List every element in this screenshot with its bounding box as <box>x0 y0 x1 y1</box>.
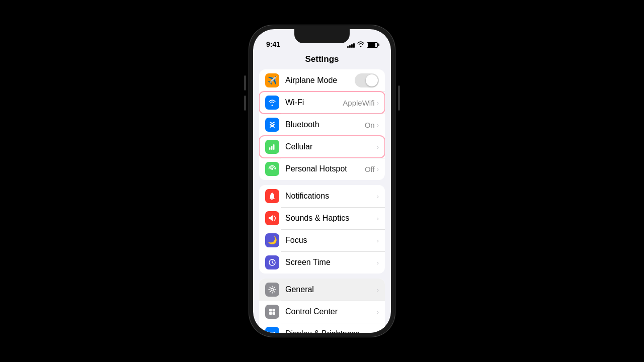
hotspot-label: Personal Hotspot <box>285 164 365 173</box>
focus-icon: 🌙 <box>265 233 279 247</box>
focus-label: Focus <box>285 236 377 245</box>
power-button[interactable] <box>398 85 400 111</box>
notifications-chevron-icon: › <box>377 193 379 200</box>
section-connectivity: ✈️ Airplane Mode <box>253 69 391 180</box>
status-icons <box>347 41 381 48</box>
settings-row-cellular[interactable]: Cellular › <box>259 136 385 158</box>
section-notifications: Notifications › Sounds & Haptics › <box>253 185 391 274</box>
signal-icon <box>347 42 355 48</box>
section-display: General › Control <box>253 279 391 333</box>
phone-device: 9:41 <box>249 25 395 337</box>
display-icon: AA <box>265 327 279 333</box>
battery-icon <box>367 42 378 48</box>
settings-row-hotspot[interactable]: Personal Hotspot Off › <box>259 158 385 180</box>
sounds-chevron-icon: › <box>377 215 379 222</box>
wifi-value: AppleWifi <box>343 99 374 107</box>
hotspot-value: Off <box>365 165 375 173</box>
cellular-label: Cellular <box>285 142 377 151</box>
cellular-chevron-icon: › <box>377 143 379 151</box>
screentime-icon <box>265 255 279 269</box>
settings-row-controlcenter[interactable]: Control Center › <box>259 301 385 323</box>
section-group-connectivity: ✈️ Airplane Mode <box>259 69 385 180</box>
section-group-display: General › Control <box>259 279 385 333</box>
phone-screen: 9:41 <box>253 29 391 333</box>
svg-rect-0 <box>269 147 271 150</box>
wifi-status-icon <box>357 41 364 48</box>
general-label: General <box>285 285 377 294</box>
controlcenter-label: Control Center <box>285 307 377 316</box>
airplane-toggle-knob <box>366 74 378 86</box>
focus-chevron-icon: › <box>377 237 379 244</box>
notifications-label: Notifications <box>285 192 377 201</box>
sounds-icon <box>265 211 279 225</box>
settings-row-wifi[interactable]: Wi-Fi AppleWifi › <box>259 92 385 114</box>
svg-rect-9 <box>273 312 276 315</box>
airplane-toggle[interactable] <box>355 73 379 87</box>
bluetooth-label: Bluetooth <box>285 120 365 129</box>
screentime-chevron-icon: › <box>377 259 379 266</box>
general-chevron-icon: › <box>377 286 379 294</box>
status-time: 9:41 <box>263 40 280 48</box>
svg-rect-2 <box>273 144 275 150</box>
notch <box>294 29 350 43</box>
airplane-label: Airplane Mode <box>285 76 355 85</box>
controlcenter-icon <box>265 305 279 319</box>
settings-row-notifications[interactable]: Notifications › <box>259 185 385 207</box>
wifi-icon <box>265 96 279 110</box>
cellular-icon <box>265 140 279 154</box>
wifi-label: Wi-Fi <box>285 98 343 107</box>
bluetooth-icon <box>265 118 279 132</box>
settings-row-sounds[interactable]: Sounds & Haptics › <box>259 207 385 229</box>
svg-rect-1 <box>271 146 273 150</box>
settings-row-general[interactable]: General › <box>259 279 385 301</box>
settings-row-bluetooth[interactable]: Bluetooth On › <box>259 114 385 136</box>
volume-up-button[interactable] <box>244 75 246 90</box>
airplane-icon: ✈️ <box>265 73 279 87</box>
controlcenter-chevron-icon: › <box>377 308 379 316</box>
sounds-label: Sounds & Haptics <box>285 214 377 223</box>
settings-row-screentime[interactable]: Screen Time › <box>259 251 385 274</box>
screentime-label: Screen Time <box>285 258 377 267</box>
general-icon <box>265 283 279 297</box>
display-chevron-icon: › <box>377 330 379 333</box>
settings-row-focus[interactable]: 🌙 Focus › <box>259 229 385 251</box>
volume-down-button[interactable] <box>244 96 246 111</box>
section-group-notifications: Notifications › Sounds & Haptics › <box>259 185 385 274</box>
display-label: Display & Brightness <box>285 329 377 333</box>
svg-point-5 <box>271 289 274 291</box>
settings-row-display[interactable]: AA Display & Brightness › <box>259 323 385 333</box>
svg-rect-8 <box>269 312 272 315</box>
page-title: Settings <box>253 51 391 69</box>
hotspot-chevron-icon: › <box>377 165 379 173</box>
settings-row-airplane[interactable]: ✈️ Airplane Mode <box>259 69 385 92</box>
svg-rect-7 <box>273 309 276 312</box>
hotspot-icon <box>265 162 279 176</box>
notifications-icon <box>265 189 279 203</box>
svg-point-3 <box>271 168 273 170</box>
bluetooth-value: On <box>365 121 375 129</box>
settings-list[interactable]: ✈️ Airplane Mode <box>253 69 391 333</box>
bluetooth-chevron-icon: › <box>377 121 379 129</box>
wifi-chevron-icon: › <box>377 99 379 107</box>
svg-rect-6 <box>269 309 272 312</box>
battery-fill <box>368 43 375 47</box>
